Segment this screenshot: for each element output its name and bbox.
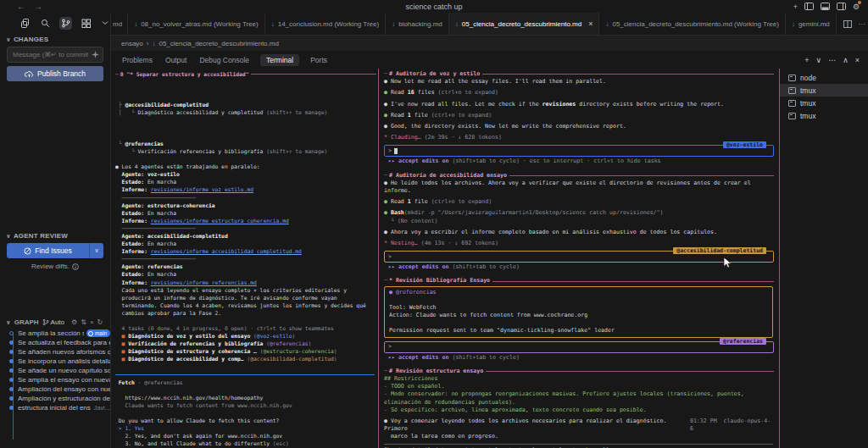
panel-tab-ports[interactable]: Ports: [309, 54, 329, 66]
graph-commit[interactable]: Se actualiza el feedback para en...: [0, 338, 110, 347]
more-actions-icon[interactable]: ⋯: [828, 56, 836, 64]
split-editor-icon[interactable]: [843, 20, 852, 28]
terminal-text: ■: [115, 355, 128, 362]
terminal-text: ───────────────────────: [115, 255, 196, 263]
nav-forward-icon[interactable]: →: [34, 2, 42, 11]
terminal-left-pane[interactable]: ─0 "* Separar estructura y accesibilidad…: [111, 69, 378, 448]
search-icon[interactable]: [39, 17, 52, 30]
commit-message-input[interactable]: [7, 47, 103, 63]
terminal-right-pane[interactable]: ─# Auditoría de voz y estilo● Now let me…: [379, 69, 780, 448]
terminal-text: @accesibilidad-completitud: [250, 355, 334, 362]
panel-tab-output[interactable]: Output: [164, 54, 189, 66]
graph-commit[interactable]: Se amplía la sección so...main: [0, 329, 110, 338]
terminal-text: Informe:: [115, 279, 151, 286]
maximize-panel-icon[interactable]: ∧: [843, 56, 849, 64]
activity-bar: [0, 13, 110, 33]
chevron-down-icon[interactable]: [100, 19, 110, 27]
commit-message: Ampliación y estructuración del ...: [18, 395, 110, 402]
graph-refresh-icon[interactable]: ↻: [97, 318, 103, 326]
terminal-list-item[interactable]: tmux: [780, 109, 868, 122]
toggle-secondary-sidebar-icon[interactable]: [837, 3, 846, 10]
branch-badge: main: [86, 329, 110, 337]
terminal-link[interactable]: revisiones/informe_estructura_coherencia…: [151, 217, 289, 224]
graph-compare-icon[interactable]: ×: [90, 318, 94, 326]
panel-tab-debug-console[interactable]: Debug Console: [198, 54, 251, 66]
graph-commit[interactable]: Ampliación y estructuración del ...: [0, 394, 110, 403]
terminal-text: * Nesting…: [384, 240, 421, 247]
new-terminal-icon[interactable]: +: [804, 56, 809, 64]
commit-message: Se amplía la sección so...: [18, 329, 84, 337]
terminal-text: directory exists before writing the repo…: [576, 101, 724, 108]
editor-tab[interactable]: ↓14_conclusion.md (Working Tree): [265, 13, 386, 35]
breadcrumb-file[interactable]: 05_ciencia_decreto_descubrimiento.md: [159, 40, 278, 47]
graph-commit[interactable]: Ampliación del ensayo con nuev...: [0, 384, 110, 394]
terminal-link[interactable]: revisiones/informe_accesibilidad_complet…: [151, 247, 302, 255]
agent-review-section-header[interactable]: ∨ AGENT REVIEW: [0, 230, 110, 242]
terminal-link[interactable]: revisiones/informe_referencias.md: [151, 279, 257, 286]
graph-section-header[interactable]: ∨ GRAPH Auto ⚙ ⇅ × ↻: [0, 317, 110, 328]
settings-gear-icon[interactable]: ⚙: [853, 3, 860, 11]
terminal-text: * Clauding…: [384, 134, 425, 141]
changes-section-header[interactable]: ∨ CHANGES: [0, 33, 110, 46]
graph-commit[interactable]: Se incorpora un análisis detallad...: [0, 357, 110, 366]
terminal-list-label: node: [800, 74, 816, 82]
terminal-list-item[interactable]: tmux: [780, 97, 868, 109]
copy-files-icon[interactable]: [19, 17, 31, 30]
toggle-sidebar-icon[interactable]: [804, 3, 814, 10]
find-issues-dropdown[interactable]: ∨: [89, 243, 103, 258]
new-tab-icon[interactable]: +: [793, 3, 798, 11]
terminal-prompt[interactable]: @accesibilidad-completitud>: [384, 251, 774, 263]
editor-tab[interactable]: ↓08_no_volver_atras.md (Working Tree): [128, 13, 265, 35]
terminal-text: > 1. Yes: [115, 424, 144, 432]
window-title: science catch up: [0, 3, 868, 11]
info-icon[interactable]: [72, 263, 79, 270]
breadcrumb-folder[interactable]: ensayo: [121, 40, 143, 47]
graph-fetch-icon[interactable]: ⇅: [81, 318, 86, 326]
commit-message-field[interactable]: [11, 50, 92, 59]
terminal-list-item[interactable]: node: [780, 71, 868, 84]
editor-tab[interactable]: ↓gemini.md: [786, 13, 837, 35]
sparkle-icon[interactable]: [92, 51, 99, 58]
graph-commit[interactable]: estructura inicial del ensayoJavi...: [0, 403, 110, 412]
toggle-panel-icon[interactable]: [821, 3, 830, 10]
graph-commit[interactable]: Se amplía el ensayo con nuevas ...: [0, 375, 110, 384]
graph-commit[interactable]: Se añaden nuevos aforismos qu...: [0, 347, 110, 357]
commit-dot: [9, 387, 14, 391]
terminal-prompt[interactable]: @referencias>: [384, 341, 774, 353]
panel-tab-problems[interactable]: Problems: [120, 54, 154, 66]
agent-badge: @referencias: [720, 338, 766, 345]
editor-tab[interactable]: ↓05_ciencia_decreto_descubrimiento.md (W…: [599, 13, 785, 35]
terminal-icon: [788, 75, 796, 81]
terminal-text: Do you want to allow Claude to fetch thi…: [115, 417, 279, 424]
graph-auto-toggle[interactable]: Auto: [42, 318, 64, 326]
editor-tab[interactable]: ↓05_ciencia_decreto_descubrimiento.md×: [449, 13, 600, 35]
nav-back-icon[interactable]: ←: [17, 2, 25, 11]
find-issues-button[interactable]: Find Issues ∨: [7, 243, 103, 258]
terminal-dropdown-icon[interactable]: ∨: [816, 56, 822, 64]
terminal-link[interactable]: revisiones/informe_voz_estilo.md: [151, 185, 253, 193]
clipped-tab-fragment[interactable]: md: [111, 13, 128, 35]
terminal-text: ───────────────────────: [115, 224, 196, 232]
terminal-line: ● Read 16 files (ctrl+o to expand): [384, 89, 776, 97]
extensions-icon[interactable]: [80, 17, 92, 30]
editor-tab-label: 05_ciencia_decreto_descubrimiento.md (Wo…: [612, 20, 778, 28]
terminal-line: ● Los 4 agentes están trabajando en para…: [115, 163, 378, 170]
publish-branch-button[interactable]: Publish Branch: [7, 66, 103, 81]
close-panel-icon[interactable]: ×: [855, 56, 860, 64]
commit-author: Javi...: [93, 404, 110, 412]
graph-settings-icon[interactable]: ⚙: [71, 318, 77, 326]
source-control-icon[interactable]: [59, 17, 72, 30]
editor-tab[interactable]: ↓biohacking.md: [386, 13, 449, 35]
close-icon[interactable]: ×: [588, 19, 593, 28]
sidebar: ∨ CHANGES Publish Branch ∨ AGENT REVIEW: [0, 13, 111, 448]
terminal-text: 4 tasks (0 done, 4 in progress, 0 open) …: [115, 324, 334, 332]
graph-commit[interactable]: Se añade un nuevo capítulo sob...: [0, 366, 110, 375]
terminal-prompt[interactable]: @voz-estilo>: [384, 145, 774, 157]
terminal-text: └: [115, 140, 125, 147]
terminal-text: Read: [391, 89, 408, 97]
more-actions-icon[interactable]: ⋯: [859, 20, 865, 28]
panel-tab-terminal[interactable]: Terminal: [260, 54, 299, 66]
terminal-rule: [115, 371, 378, 379]
terminal-line: ■ Verificación de referencias y bibliogr…: [115, 340, 378, 347]
terminal-list-item[interactable]: tmux: [780, 84, 868, 97]
